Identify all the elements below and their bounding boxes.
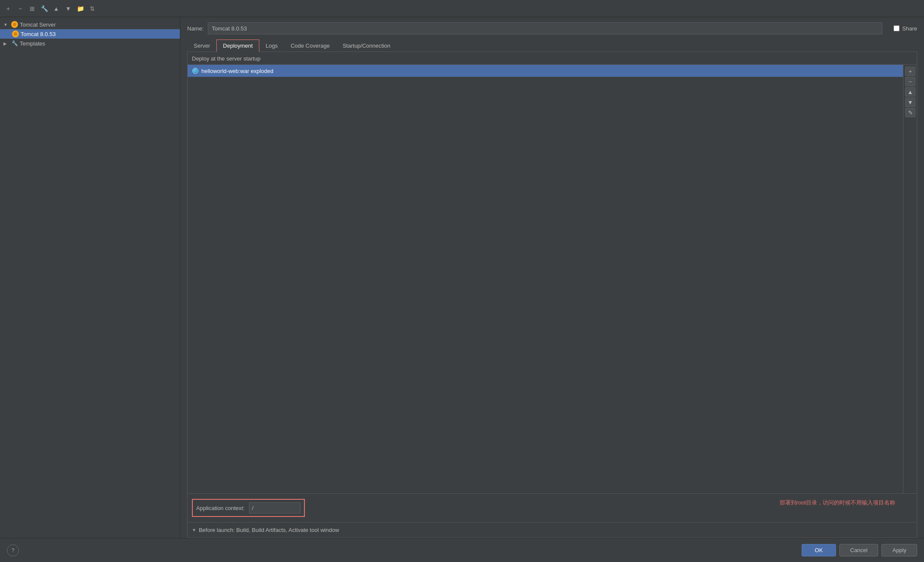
deployment-list: helloworld-web:war exploded (188, 65, 917, 493)
right-panel: Name: Share Server Deployment Logs Code … (180, 17, 924, 538)
tomcat-instance-label: Tomcat 8.0.53 (21, 31, 56, 37)
move-down-artifact-button[interactable]: ▼ (905, 97, 915, 107)
edit-artifact-button[interactable]: ✎ (905, 108, 915, 117)
copy-icon[interactable]: ⊞ (27, 4, 37, 13)
before-launch-toggle[interactable]: ▼ Before launch: Build, Build Artifacts,… (192, 527, 912, 533)
remove-icon[interactable]: − (15, 4, 25, 13)
deployment-item-helloworld[interactable]: helloworld-web:war exploded (188, 65, 903, 77)
deployment-content: Deploy at the server startup helloworld-… (187, 52, 917, 538)
tab-logs-label: Logs (266, 43, 278, 49)
add-icon[interactable]: + (3, 4, 13, 13)
tab-deployment-label: Deployment (223, 43, 252, 49)
tab-logs[interactable]: Logs (259, 39, 284, 52)
tab-deployment[interactable]: Deployment (216, 39, 259, 52)
deploy-at-startup-label: Deploy at the server startup (188, 52, 917, 65)
tab-code-coverage-label: Code Coverage (291, 43, 330, 49)
bottom-bar: ? OK Cancel Apply (0, 538, 924, 562)
ok-button[interactable]: OK (802, 544, 836, 556)
name-label: Name: (187, 25, 204, 32)
toolbar: + − ⊞ 🔧 ▲ ▼ 📁 ⇅ (0, 0, 924, 17)
app-context-area: 部署到root目录，访问的时候不用输入项目名称 Application cont… (188, 493, 917, 522)
share-checkbox[interactable] (894, 25, 900, 31)
name-input[interactable] (208, 22, 882, 34)
share-label: Share (902, 25, 917, 32)
templates-icon: 🔧 (11, 40, 18, 47)
add-artifact-button[interactable]: + (905, 67, 915, 76)
templates-label: Templates (20, 40, 45, 47)
folder-icon[interactable]: 📁 (76, 4, 85, 13)
left-panel: ▼ Tomcat Server Tomcat 8.0.53 ▶ 🔧 Templa… (0, 17, 180, 538)
tabs-bar: Server Deployment Logs Code Coverage Sta… (187, 39, 917, 52)
side-buttons-panel: + − ▲ ▼ ✎ (903, 65, 917, 493)
before-launch-label: Before launch: Build, Build Artifacts, A… (199, 527, 339, 533)
apply-button[interactable]: Apply (881, 544, 917, 556)
bottom-right: OK Cancel Apply (802, 544, 917, 556)
tomcat-server-icon (11, 21, 18, 28)
move-down-icon[interactable]: ▼ (64, 4, 73, 13)
sort-icon[interactable]: ⇅ (88, 4, 97, 13)
tree-arrow-right: ▶ (3, 41, 9, 46)
move-up-icon[interactable]: ▲ (52, 4, 61, 13)
tree-item-templates[interactable]: ▶ 🔧 Templates (0, 39, 180, 48)
tab-startup-connection-label: Startup/Connection (343, 43, 390, 49)
tree-arrow-down: ▼ (3, 22, 9, 27)
before-launch-arrow: ▼ (192, 528, 196, 532)
tab-startup-connection[interactable]: Startup/Connection (336, 39, 397, 52)
app-context-input[interactable] (249, 502, 301, 513)
move-up-artifact-button[interactable]: ▲ (905, 87, 915, 97)
app-context-label: Application context: (196, 505, 245, 511)
bottom-left: ? (7, 544, 19, 556)
artifact-icon (192, 67, 199, 74)
tab-server[interactable]: Server (187, 39, 216, 52)
cancel-button[interactable]: Cancel (839, 544, 878, 556)
help-button[interactable]: ? (7, 544, 19, 556)
deployment-item-label: helloworld-web:war exploded (201, 68, 274, 74)
app-context-annotation: 部署到root目录，访问的时候不用输入项目名称 (780, 499, 895, 507)
help-icon: ? (11, 547, 14, 553)
tree-item-tomcat-instance[interactable]: Tomcat 8.0.53 (0, 29, 180, 39)
tomcat-server-label: Tomcat Server (20, 21, 56, 28)
name-row: Name: Share (187, 22, 917, 34)
share-row: Share (894, 25, 917, 32)
remove-artifact-button[interactable]: − (905, 77, 915, 86)
tree-item-tomcat-server[interactable]: ▼ Tomcat Server (0, 20, 180, 29)
main-content: ▼ Tomcat Server Tomcat 8.0.53 ▶ 🔧 Templa… (0, 17, 924, 538)
app-context-row: Application context: (192, 499, 305, 517)
tomcat-instance-icon (12, 30, 19, 37)
tab-code-coverage[interactable]: Code Coverage (284, 39, 336, 52)
tab-server-label: Server (194, 43, 210, 49)
before-launch-section: ▼ Before launch: Build, Build Artifacts,… (188, 522, 917, 538)
settings-icon[interactable]: 🔧 (40, 4, 49, 13)
